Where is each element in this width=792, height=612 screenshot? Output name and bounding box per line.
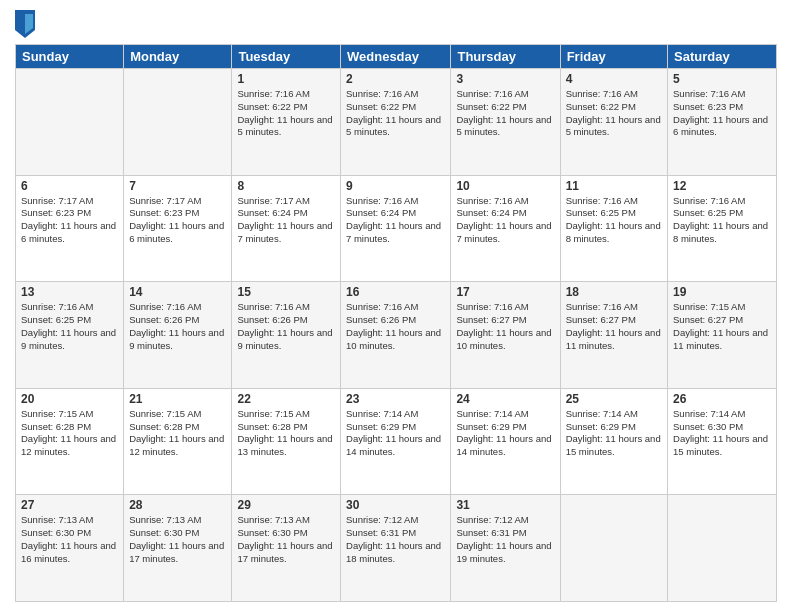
- weekday-header-monday: Monday: [124, 45, 232, 69]
- day-number: 20: [21, 392, 118, 406]
- day-info: Sunrise: 7:16 AM Sunset: 6:24 PM Dayligh…: [346, 195, 445, 246]
- day-info: Sunrise: 7:16 AM Sunset: 6:22 PM Dayligh…: [566, 88, 662, 139]
- day-number: 16: [346, 285, 445, 299]
- day-info: Sunrise: 7:16 AM Sunset: 6:25 PM Dayligh…: [566, 195, 662, 246]
- day-number: 10: [456, 179, 554, 193]
- calendar-cell: 13Sunrise: 7:16 AM Sunset: 6:25 PM Dayli…: [16, 282, 124, 389]
- day-number: 24: [456, 392, 554, 406]
- day-info: Sunrise: 7:15 AM Sunset: 6:28 PM Dayligh…: [237, 408, 335, 459]
- calendar: SundayMondayTuesdayWednesdayThursdayFrid…: [15, 44, 777, 602]
- calendar-cell: 21Sunrise: 7:15 AM Sunset: 6:28 PM Dayli…: [124, 388, 232, 495]
- calendar-cell: 12Sunrise: 7:16 AM Sunset: 6:25 PM Dayli…: [668, 175, 777, 282]
- weekday-header-saturday: Saturday: [668, 45, 777, 69]
- day-number: 21: [129, 392, 226, 406]
- day-number: 31: [456, 498, 554, 512]
- weekday-header-thursday: Thursday: [451, 45, 560, 69]
- calendar-cell: 20Sunrise: 7:15 AM Sunset: 6:28 PM Dayli…: [16, 388, 124, 495]
- day-number: 1: [237, 72, 335, 86]
- calendar-cell: 16Sunrise: 7:16 AM Sunset: 6:26 PM Dayli…: [341, 282, 451, 389]
- day-info: Sunrise: 7:16 AM Sunset: 6:22 PM Dayligh…: [346, 88, 445, 139]
- page: SundayMondayTuesdayWednesdayThursdayFrid…: [0, 0, 792, 612]
- day-number: 3: [456, 72, 554, 86]
- calendar-row-2: 6Sunrise: 7:17 AM Sunset: 6:23 PM Daylig…: [16, 175, 777, 282]
- calendar-cell: [124, 69, 232, 176]
- day-info: Sunrise: 7:14 AM Sunset: 6:29 PM Dayligh…: [346, 408, 445, 459]
- calendar-cell: 23Sunrise: 7:14 AM Sunset: 6:29 PM Dayli…: [341, 388, 451, 495]
- weekday-header-wednesday: Wednesday: [341, 45, 451, 69]
- calendar-row-3: 13Sunrise: 7:16 AM Sunset: 6:25 PM Dayli…: [16, 282, 777, 389]
- logo: [15, 10, 37, 38]
- day-info: Sunrise: 7:17 AM Sunset: 6:24 PM Dayligh…: [237, 195, 335, 246]
- calendar-cell: 27Sunrise: 7:13 AM Sunset: 6:30 PM Dayli…: [16, 495, 124, 602]
- weekday-header-row: SundayMondayTuesdayWednesdayThursdayFrid…: [16, 45, 777, 69]
- day-number: 23: [346, 392, 445, 406]
- day-number: 29: [237, 498, 335, 512]
- day-info: Sunrise: 7:16 AM Sunset: 6:24 PM Dayligh…: [456, 195, 554, 246]
- day-number: 4: [566, 72, 662, 86]
- day-number: 17: [456, 285, 554, 299]
- day-info: Sunrise: 7:16 AM Sunset: 6:22 PM Dayligh…: [237, 88, 335, 139]
- calendar-cell: 10Sunrise: 7:16 AM Sunset: 6:24 PM Dayli…: [451, 175, 560, 282]
- day-info: Sunrise: 7:15 AM Sunset: 6:28 PM Dayligh…: [129, 408, 226, 459]
- day-info: Sunrise: 7:16 AM Sunset: 6:27 PM Dayligh…: [566, 301, 662, 352]
- calendar-cell: 30Sunrise: 7:12 AM Sunset: 6:31 PM Dayli…: [341, 495, 451, 602]
- calendar-cell: 1Sunrise: 7:16 AM Sunset: 6:22 PM Daylig…: [232, 69, 341, 176]
- day-info: Sunrise: 7:12 AM Sunset: 6:31 PM Dayligh…: [456, 514, 554, 565]
- calendar-row-5: 27Sunrise: 7:13 AM Sunset: 6:30 PM Dayli…: [16, 495, 777, 602]
- day-info: Sunrise: 7:16 AM Sunset: 6:27 PM Dayligh…: [456, 301, 554, 352]
- day-number: 30: [346, 498, 445, 512]
- day-number: 19: [673, 285, 771, 299]
- calendar-cell: 6Sunrise: 7:17 AM Sunset: 6:23 PM Daylig…: [16, 175, 124, 282]
- day-info: Sunrise: 7:14 AM Sunset: 6:30 PM Dayligh…: [673, 408, 771, 459]
- day-info: Sunrise: 7:15 AM Sunset: 6:27 PM Dayligh…: [673, 301, 771, 352]
- day-info: Sunrise: 7:16 AM Sunset: 6:25 PM Dayligh…: [21, 301, 118, 352]
- day-info: Sunrise: 7:13 AM Sunset: 6:30 PM Dayligh…: [237, 514, 335, 565]
- calendar-cell: 7Sunrise: 7:17 AM Sunset: 6:23 PM Daylig…: [124, 175, 232, 282]
- day-number: 9: [346, 179, 445, 193]
- calendar-cell: 15Sunrise: 7:16 AM Sunset: 6:26 PM Dayli…: [232, 282, 341, 389]
- day-info: Sunrise: 7:16 AM Sunset: 6:25 PM Dayligh…: [673, 195, 771, 246]
- calendar-cell: [668, 495, 777, 602]
- calendar-row-1: 1Sunrise: 7:16 AM Sunset: 6:22 PM Daylig…: [16, 69, 777, 176]
- calendar-cell: 9Sunrise: 7:16 AM Sunset: 6:24 PM Daylig…: [341, 175, 451, 282]
- day-number: 25: [566, 392, 662, 406]
- day-number: 13: [21, 285, 118, 299]
- calendar-row-4: 20Sunrise: 7:15 AM Sunset: 6:28 PM Dayli…: [16, 388, 777, 495]
- day-number: 11: [566, 179, 662, 193]
- calendar-cell: 29Sunrise: 7:13 AM Sunset: 6:30 PM Dayli…: [232, 495, 341, 602]
- day-info: Sunrise: 7:13 AM Sunset: 6:30 PM Dayligh…: [129, 514, 226, 565]
- header: [15, 10, 777, 38]
- calendar-cell: 3Sunrise: 7:16 AM Sunset: 6:22 PM Daylig…: [451, 69, 560, 176]
- day-info: Sunrise: 7:16 AM Sunset: 6:26 PM Dayligh…: [237, 301, 335, 352]
- calendar-cell: [560, 495, 667, 602]
- day-number: 12: [673, 179, 771, 193]
- day-number: 22: [237, 392, 335, 406]
- calendar-cell: 28Sunrise: 7:13 AM Sunset: 6:30 PM Dayli…: [124, 495, 232, 602]
- calendar-cell: [16, 69, 124, 176]
- calendar-cell: 25Sunrise: 7:14 AM Sunset: 6:29 PM Dayli…: [560, 388, 667, 495]
- calendar-cell: 4Sunrise: 7:16 AM Sunset: 6:22 PM Daylig…: [560, 69, 667, 176]
- day-number: 18: [566, 285, 662, 299]
- calendar-cell: 22Sunrise: 7:15 AM Sunset: 6:28 PM Dayli…: [232, 388, 341, 495]
- day-number: 7: [129, 179, 226, 193]
- calendar-cell: 18Sunrise: 7:16 AM Sunset: 6:27 PM Dayli…: [560, 282, 667, 389]
- day-info: Sunrise: 7:14 AM Sunset: 6:29 PM Dayligh…: [566, 408, 662, 459]
- day-number: 6: [21, 179, 118, 193]
- day-number: 14: [129, 285, 226, 299]
- day-number: 26: [673, 392, 771, 406]
- day-info: Sunrise: 7:16 AM Sunset: 6:23 PM Dayligh…: [673, 88, 771, 139]
- calendar-cell: 11Sunrise: 7:16 AM Sunset: 6:25 PM Dayli…: [560, 175, 667, 282]
- calendar-cell: 5Sunrise: 7:16 AM Sunset: 6:23 PM Daylig…: [668, 69, 777, 176]
- day-info: Sunrise: 7:15 AM Sunset: 6:28 PM Dayligh…: [21, 408, 118, 459]
- day-number: 5: [673, 72, 771, 86]
- calendar-cell: 14Sunrise: 7:16 AM Sunset: 6:26 PM Dayli…: [124, 282, 232, 389]
- day-info: Sunrise: 7:13 AM Sunset: 6:30 PM Dayligh…: [21, 514, 118, 565]
- day-info: Sunrise: 7:16 AM Sunset: 6:22 PM Dayligh…: [456, 88, 554, 139]
- calendar-cell: 17Sunrise: 7:16 AM Sunset: 6:27 PM Dayli…: [451, 282, 560, 389]
- weekday-header-sunday: Sunday: [16, 45, 124, 69]
- day-info: Sunrise: 7:12 AM Sunset: 6:31 PM Dayligh…: [346, 514, 445, 565]
- day-number: 28: [129, 498, 226, 512]
- logo-icon: [15, 10, 35, 38]
- day-number: 8: [237, 179, 335, 193]
- day-info: Sunrise: 7:17 AM Sunset: 6:23 PM Dayligh…: [21, 195, 118, 246]
